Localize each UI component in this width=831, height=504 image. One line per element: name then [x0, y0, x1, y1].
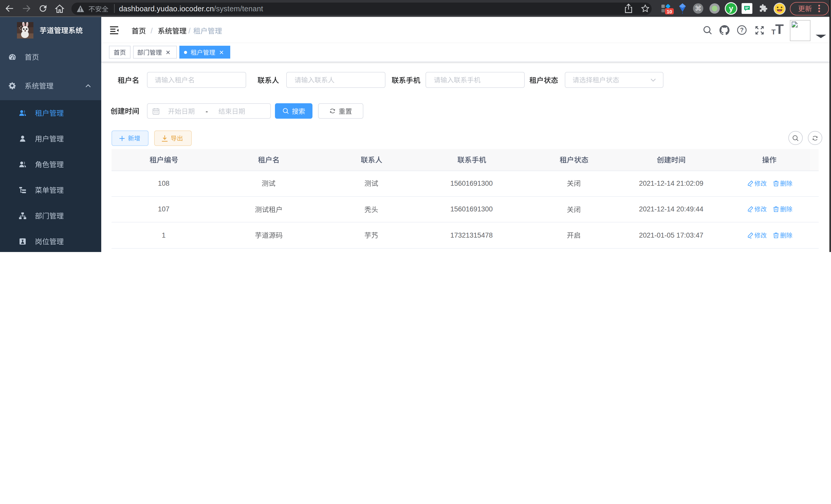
svg-text:⌘: ⌘ — [695, 5, 701, 12]
svg-text:?: ? — [740, 27, 744, 33]
svg-text:y: y — [729, 4, 733, 12]
